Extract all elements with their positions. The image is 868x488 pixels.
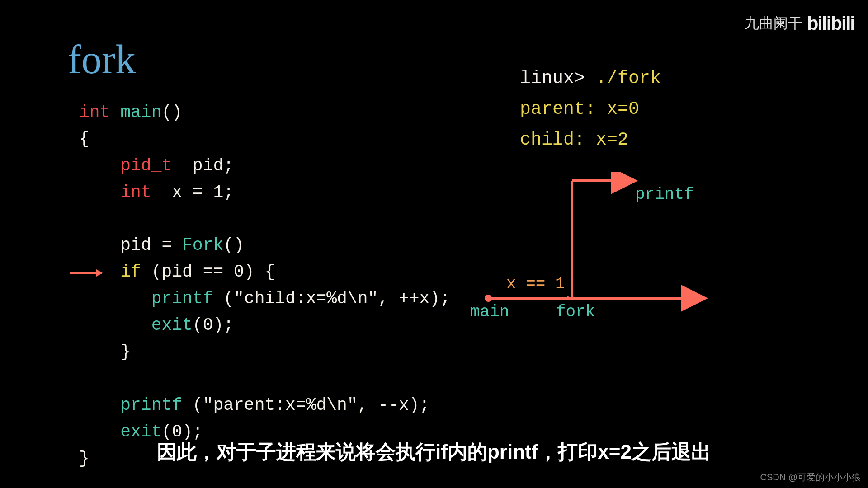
watermark-top-right: 九曲阑干 bilibili	[745, 13, 854, 34]
shell-prompt: linux>	[520, 68, 596, 89]
fn-exit: exit	[151, 315, 193, 335]
label-main: main	[470, 303, 509, 321]
kw-if: if	[120, 262, 141, 282]
slide: fork int main() { pid_t pid; int x = 1; …	[0, 0, 868, 488]
svg-marker-6	[628, 178, 633, 183]
author-name: 九曲阑干	[745, 14, 802, 33]
watermark-bottom-right: CSDN @可爱的小小小狼	[760, 471, 861, 483]
kw-int: int	[120, 183, 151, 202]
graph-svg	[479, 172, 732, 325]
label-fork: fork	[556, 303, 595, 321]
fn-printf: printf	[120, 395, 182, 415]
shell-command: ./fork	[596, 68, 661, 89]
terminal-output: linux> ./fork parent: x=0 child: x=2	[520, 63, 661, 155]
code-block: int main() { pid_t pid; int x = 1; pid =…	[79, 99, 450, 472]
fn-fork: Fork	[182, 235, 223, 255]
process-graph: x == 1 main fork printf	[479, 172, 732, 325]
svg-marker-7	[633, 178, 637, 183]
output-line: child: x=2	[520, 130, 628, 150]
svg-point-3	[485, 295, 492, 302]
svg-marker-5	[572, 296, 576, 300]
label-x: x == 1	[506, 275, 565, 293]
current-line-arrow	[70, 272, 102, 274]
fn-printf: printf	[151, 289, 213, 308]
type-pid_t: pid_t	[120, 156, 172, 175]
subtitle-caption: 因此，对于子进程来说将会执行if内的printf，打印x=2之后退出	[0, 439, 868, 465]
fn-main: main	[120, 103, 161, 122]
bilibili-logo: bilibili	[807, 13, 854, 34]
slide-title: fork	[68, 36, 136, 83]
kw-int: int	[79, 103, 110, 122]
output-line: parent: x=0	[520, 99, 639, 119]
label-printf: printf	[635, 185, 694, 204]
